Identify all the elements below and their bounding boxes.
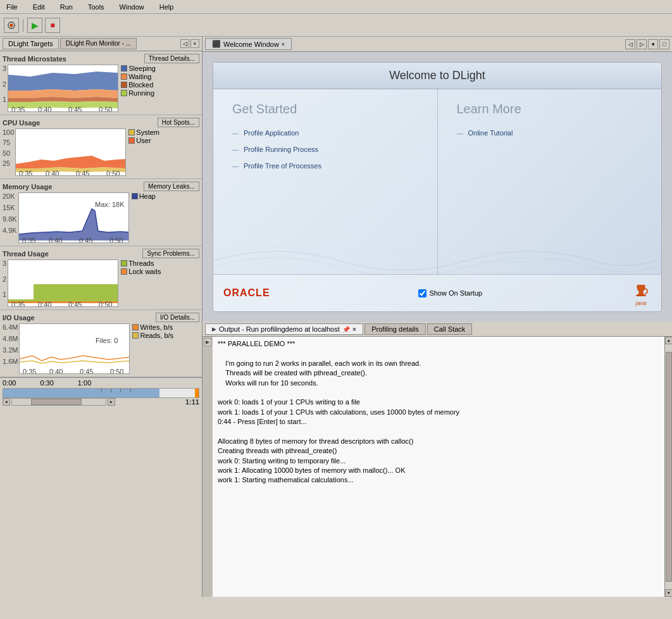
- tab-menu-btn[interactable]: ▾: [648, 39, 658, 49]
- sleeping-color: [121, 65, 127, 72]
- memory-usage-section: Memory Usage Memory Leaks... 20K 15K 9.8…: [0, 179, 202, 246]
- legend-heap: Heap: [132, 192, 176, 200]
- timeline-labels: 0:00 0:30 1:00: [3, 379, 199, 387]
- menu-window[interactable]: Window: [116, 2, 148, 12]
- stop-button[interactable]: ■: [45, 18, 60, 33]
- scroll-down-btn[interactable]: ▾: [665, 589, 673, 597]
- link-arrow-2: —: [232, 146, 239, 153]
- thread-details-button[interactable]: Thread Details...: [144, 54, 199, 63]
- scroll-left-btn[interactable]: ◂: [3, 398, 10, 406]
- thread-microstates-svg: 0:35 0:40 0:45 0:50: [8, 65, 118, 112]
- lock-waits-color: [121, 268, 127, 275]
- h-scrollbar[interactable]: [11, 398, 106, 406]
- output-tab-pin[interactable]: 📌: [342, 326, 350, 333]
- profiling-details-tab[interactable]: Profiling details: [364, 323, 426, 335]
- scroll-up-btn[interactable]: ▴: [665, 337, 673, 344]
- io-y-axis: 6.4M 4.8M 3.2M 1.6M: [3, 323, 19, 374]
- tab-next-btn[interactable]: ▷: [637, 39, 647, 49]
- svg-text:0:45: 0:45: [76, 170, 89, 176]
- svg-text:0:50: 0:50: [99, 301, 112, 307]
- menu-help[interactable]: Help: [156, 2, 178, 12]
- system-color: [128, 129, 135, 135]
- right-panel: ⬛ Welcome Window × ◁ ▷ ▾ □ Welcome to DL…: [202, 37, 672, 597]
- timeline-track[interactable]: [3, 388, 199, 398]
- panel-minimize-btn[interactable]: ◁: [180, 39, 189, 48]
- output-tab-icon: ▶: [212, 326, 216, 332]
- left-timeline: 0:00 0:30 1:00 ◂ ▸: [0, 377, 202, 407]
- welcome-body: Get Started — Profile Application — Prof…: [213, 89, 661, 274]
- hot-spots-button[interactable]: Hot Spots...: [158, 118, 199, 127]
- link-arrow-3: —: [232, 163, 239, 170]
- welcome-footer: ORACLE Show On Startup java: [213, 274, 661, 311]
- io-usage-title: I/O Usage: [3, 314, 35, 322]
- sync-problems-button[interactable]: Sync Problems...: [142, 249, 199, 258]
- get-started-title: Get Started: [232, 102, 418, 116]
- profile-application-link[interactable]: — Profile Application: [232, 129, 418, 137]
- scroll-thumb[interactable]: [666, 352, 672, 582]
- tab-maximize-btn[interactable]: □: [659, 39, 669, 49]
- profile-running-process-link[interactable]: — Profile Running Process: [232, 146, 418, 153]
- profile-tree-link[interactable]: — Profile Tree of Processes: [232, 162, 418, 170]
- heap-color: [132, 193, 138, 199]
- call-stack-tab[interactable]: Call Stack: [427, 323, 473, 335]
- tab-icon: ⬛: [212, 40, 221, 48]
- online-tutorial-link[interactable]: — Online Tutorial: [457, 129, 643, 137]
- dlight-targets-tab[interactable]: DLight Targets: [3, 38, 59, 49]
- output-tab-close[interactable]: ×: [352, 325, 356, 333]
- writes-color: [132, 324, 139, 330]
- tick-3: [120, 389, 121, 392]
- welcome-learn-more: Learn More — Online Tutorial: [438, 89, 662, 274]
- memory-canvas: Max: 18K 0:35 0:40 0:45 0:50: [18, 192, 129, 243]
- menu-file[interactable]: File: [3, 2, 22, 12]
- thread-usage-svg: 0:35 0:40 0:45 0:50: [8, 260, 118, 307]
- svg-text:0:45: 0:45: [68, 106, 82, 112]
- memory-y-axis: 20K 15K 9.8K 4.9K: [3, 192, 18, 243]
- svg-marker-15: [16, 156, 126, 168]
- output-tab[interactable]: ▶ Output - Run profilingdemo at localhos…: [205, 323, 363, 335]
- user-color: [128, 137, 135, 144]
- io-chart-area: 6.4M 4.8M 3.2M 1.6M Files: 0: [3, 323, 199, 374]
- scroll-right-btn[interactable]: ▸: [108, 398, 115, 406]
- legend-writes: Writes, b/s: [132, 323, 177, 331]
- tab-prev-btn[interactable]: ◁: [625, 39, 635, 49]
- output-run-icon[interactable]: ▶: [204, 338, 211, 346]
- welcome-tab-label: Welcome Window: [223, 41, 279, 48]
- welcome-get-started: Get Started — Profile Application — Prof…: [213, 89, 438, 274]
- show-on-startup-container: Show On Startup: [418, 289, 482, 297]
- cpu-canvas: 0:35 0:40 0:45 0:50: [15, 128, 126, 176]
- svg-text:0:45: 0:45: [80, 368, 93, 374]
- run-button[interactable]: ▶: [27, 18, 42, 33]
- memory-svg: Max: 18K 0:35 0:40 0:45 0:50: [19, 193, 129, 243]
- thread-microstates-section: Thread Microstates Thread Details... 3 2…: [0, 51, 202, 115]
- io-svg: Files: 0 0:35 0:40 0:45 0:50: [20, 324, 130, 374]
- menu-run[interactable]: Run: [56, 2, 77, 12]
- menu-edit[interactable]: Edit: [29, 2, 49, 12]
- menu-tools[interactable]: Tools: [84, 2, 108, 12]
- memory-usage-header: Memory Usage Memory Leaks...: [3, 182, 199, 191]
- threads-color: [121, 260, 127, 266]
- svg-text:0:40: 0:40: [49, 368, 63, 374]
- panel-close-btn[interactable]: ×: [190, 39, 199, 48]
- java-cup-icon: [631, 280, 651, 300]
- svg-text:Max: 18K: Max: 18K: [95, 201, 125, 208]
- blocked-color: [121, 82, 127, 88]
- welcome-tab-close[interactable]: ×: [282, 41, 285, 47]
- target-button[interactable]: [4, 18, 19, 33]
- thread-microstates-legend: Sleeping Waiting Blocked Running: [121, 65, 165, 97]
- legend-waiting: Waiting: [121, 73, 165, 80]
- svg-text:Files: 0: Files: 0: [96, 337, 118, 344]
- thread-usage-canvas: 0:35 0:40 0:45 0:50: [8, 259, 118, 307]
- tick-4: [130, 389, 131, 392]
- java-text: java: [636, 300, 647, 306]
- tick-1: [101, 389, 102, 392]
- welcome-window-tab[interactable]: ⬛ Welcome Window ×: [205, 38, 292, 50]
- show-on-startup-checkbox[interactable]: [418, 289, 426, 297]
- thread-usage-title: Thread Usage: [3, 250, 49, 258]
- dlight-run-monitor-tab[interactable]: DLight Run Monitor - ...: [60, 38, 137, 49]
- memory-leaks-button[interactable]: Memory Leaks...: [144, 182, 199, 191]
- output-panel[interactable]: *** PARALLEL DEMO *** I'm going to run 2…: [213, 337, 664, 597]
- output-scrollbar: ▴ ▾: [664, 337, 672, 597]
- io-canvas: Files: 0 0:35 0:40 0:45 0:50: [19, 323, 130, 374]
- io-details-button[interactable]: I/O Details...: [156, 313, 199, 322]
- thread-microstates-canvas: 0:35 0:40 0:45 0:50: [8, 65, 118, 112]
